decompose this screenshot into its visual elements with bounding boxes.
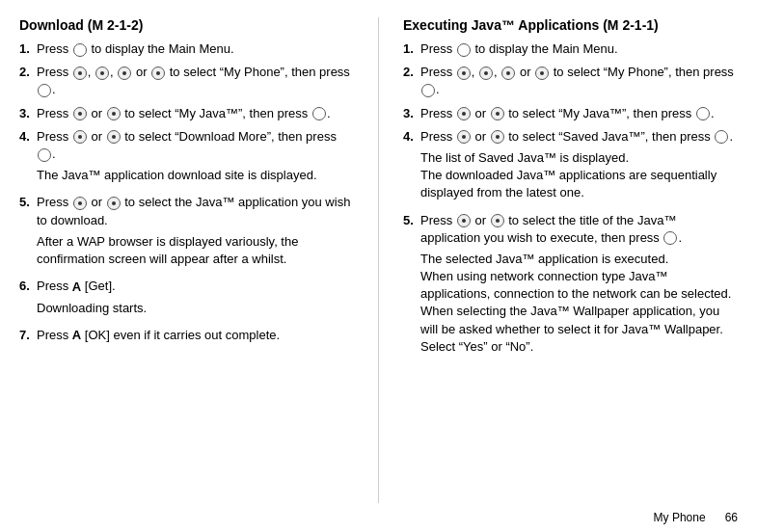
left-step-4-number: 4. (19, 128, 37, 189)
r-confirm-icon-2 (421, 84, 435, 97)
r-nav-icon-2b (479, 66, 493, 80)
nav-icon-2b (95, 66, 109, 80)
footer-page: 66 (725, 511, 738, 524)
nav-icon-3b (107, 107, 121, 120)
r-nav-icon-2c (501, 66, 515, 80)
left-step-6-content: Press A [Get]. Downloading starts. (37, 278, 354, 321)
page-container: Download (M 2-1-2) 1. Press to display t… (0, 0, 757, 532)
left-step-7: 7. Press A [OK] even if it carries out c… (19, 327, 354, 345)
right-step-3-content: Press or to select “My Java™”, then pres… (420, 105, 738, 122)
nav-icon-1 (73, 43, 87, 57)
left-step-7-number: 7. (19, 327, 37, 345)
column-divider (378, 17, 379, 503)
right-step-4-content: Press or to select “Saved Java™”, then p… (420, 128, 738, 206)
right-step-4: 4. Press or to select “Saved Java™”, the… (403, 128, 738, 206)
r-nav-icon-1 (457, 43, 471, 57)
right-step-list: 1. Press to display the Main Menu. 2. Pr… (403, 40, 738, 365)
right-step-5-content: Press or to select the title of the Java… (420, 212, 738, 360)
left-step-2-content: Press , , or to select “My Phone”, then … (37, 64, 354, 98)
a-button-get: A (72, 279, 81, 296)
left-step-6-number: 6. (19, 278, 37, 321)
right-step-3: 3. Press or to select “My Java™”, then p… (403, 105, 738, 122)
left-step-7-content: Press A [OK] even if it carries out comp… (37, 327, 354, 345)
left-step-2-number: 2. (19, 64, 37, 98)
r-confirm-icon-3 (696, 107, 710, 120)
r-nav-icon-5b (491, 214, 504, 227)
left-step-1-number: 1. (19, 40, 37, 58)
confirm-icon-3 (312, 107, 326, 120)
left-step-3: 3. Press or to select “My Java™”, then p… (19, 105, 354, 122)
confirm-icon-2 (38, 84, 51, 97)
right-step-3-number: 3. (403, 105, 420, 122)
footer-section: My Phone (654, 511, 706, 524)
r-nav-icon-2a (457, 66, 471, 80)
left-step-6: 6. Press A [Get]. Downloading starts. (19, 278, 354, 321)
r-nav-icon-3b (491, 107, 504, 120)
nav-icon-4a (73, 130, 87, 144)
r-nav-icon-4b (491, 130, 504, 144)
left-step-2: 2. Press , , or to select “My Phone”, th… (19, 64, 354, 98)
left-step-3-number: 3. (19, 105, 37, 122)
right-step-4-number: 4. (403, 128, 420, 206)
left-step-1: 1. Press to display the Main Menu. (19, 40, 354, 58)
left-step-4: 4. Press or to select “Download More”, t… (19, 128, 354, 189)
right-step-2: 2. Press , , or to select “My Phone”, th… (403, 64, 738, 98)
r-confirm-icon-5 (663, 231, 677, 245)
nav-icon-2a (73, 66, 87, 80)
r-nav-icon-5a (457, 214, 471, 227)
right-step-2-number: 2. (403, 64, 420, 98)
left-section-title: Download (M 2-1-2) (19, 17, 354, 33)
r-nav-icon-2d (535, 66, 549, 80)
nav-icon-5a (73, 197, 87, 210)
r-confirm-icon-4 (715, 130, 728, 144)
left-step-1-content: Press to display the Main Menu. (37, 40, 354, 58)
right-column: Executing Java™ Applications (M 2-1-1) 1… (403, 17, 738, 503)
left-column: Download (M 2-1-2) 1. Press to display t… (19, 17, 354, 503)
left-step-3-content: Press or to select “My Java™”, then pres… (37, 105, 354, 122)
a-button-ok: A (72, 327, 81, 344)
left-step-5: 5. Press or to select the Java™ applicat… (19, 194, 354, 272)
r-nav-icon-4a (457, 130, 471, 144)
left-step-5-number: 5. (19, 194, 37, 272)
nav-icon-2d (151, 66, 165, 80)
right-step-1: 1. Press to display the Main Menu. (403, 40, 738, 58)
nav-icon-3a (73, 107, 87, 120)
right-step-1-content: Press to display the Main Menu. (420, 40, 738, 58)
left-step-list: 1. Press to display the Main Menu. 2. Pr… (19, 40, 354, 351)
left-step-4-content: Press or to select “Download More”, then… (37, 128, 354, 189)
confirm-icon-4 (38, 148, 51, 162)
right-step-1-number: 1. (403, 40, 420, 58)
nav-icon-5b (107, 197, 121, 210)
right-section-title: Executing Java™ Applications (M 2-1-1) (403, 17, 738, 33)
r-nav-icon-3a (457, 107, 471, 120)
right-step-5: 5. Press or to select the title of the J… (403, 212, 738, 360)
right-step-2-content: Press , , or to select “My Phone”, then … (420, 64, 738, 98)
page-footer: My Phone 66 (654, 511, 738, 524)
nav-icon-2c (118, 66, 131, 80)
left-step-5-content: Press or to select the Java™ application… (37, 194, 354, 272)
right-step-5-number: 5. (403, 212, 420, 360)
nav-icon-4b (107, 130, 121, 144)
